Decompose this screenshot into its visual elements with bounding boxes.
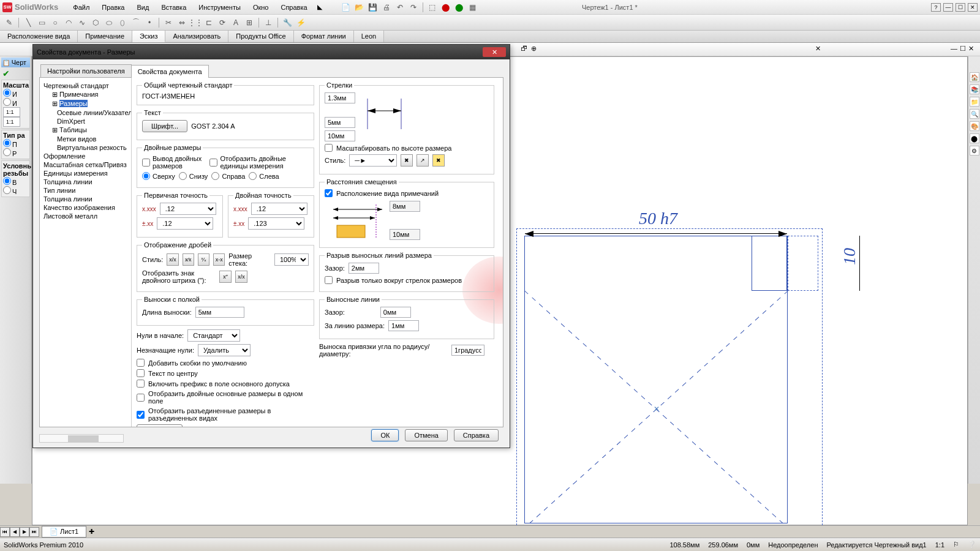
prime2-icon[interactable]: x/x — [235, 271, 247, 283]
text-icon[interactable]: A — [230, 17, 241, 28]
sheet-tab[interactable]: 📄 Лист1 — [42, 526, 86, 538]
prev-icon[interactable]: ◀ — [10, 527, 20, 537]
first-icon[interactable]: ⏮ — [0, 527, 10, 537]
cancel-button[interactable]: Отмена — [405, 429, 447, 441]
menu-help[interactable]: Справка — [276, 2, 312, 13]
tree-imgqual[interactable]: Качество изображения — [40, 203, 131, 212]
undo-icon[interactable]: ↶ — [394, 2, 405, 13]
slot-icon[interactable]: ⬭ — [104, 17, 115, 28]
tree-std[interactable]: Чертежный стандарт — [40, 81, 131, 90]
pos-left[interactable]: Слева — [249, 172, 279, 180]
cb-center[interactable]: Текст по центру — [137, 369, 314, 377]
view-shaded-icon[interactable]: 🗗 — [521, 45, 527, 53]
arrow-opt2-icon[interactable]: ↗ — [417, 154, 429, 167]
frac-style4-icon[interactable]: x-x — [213, 253, 225, 266]
arrow-1-input[interactable] — [325, 92, 355, 103]
tree-viewlabels[interactable]: Метки видов — [40, 135, 131, 143]
select-icon[interactable]: ⬚ — [427, 2, 438, 13]
polygon-icon[interactable]: ⬡ — [90, 17, 101, 28]
high-radio[interactable]: В — [3, 177, 28, 186]
pos-bottom[interactable]: Снизу — [179, 172, 208, 180]
resources-icon[interactable]: 🏠 — [970, 72, 979, 82]
new-icon[interactable]: 📄 — [341, 2, 352, 13]
frac-style3-icon[interactable]: ˣ⁄ₓ — [198, 253, 209, 266]
panel-close-icon[interactable]: ✕ — [815, 45, 821, 53]
prim-tol-select[interactable]: .12 — [157, 217, 213, 230]
tree-detailing[interactable]: Оформление — [40, 152, 131, 160]
dialog-titlebar[interactable]: Свойства документа - Размеры ✕ — [33, 45, 510, 59]
tab-layout[interactable]: Расположение вида — [0, 31, 78, 42]
tab-office[interactable]: Продукты Office — [228, 31, 293, 42]
frac-style1-icon[interactable]: x/x — [167, 253, 178, 266]
doc-max-icon[interactable]: ☐ — [960, 45, 966, 53]
ok-button[interactable]: ОК — [371, 429, 399, 441]
view-wire-icon[interactable]: ⊕ — [531, 45, 537, 53]
menu-view[interactable]: Вид — [132, 2, 154, 13]
menu-file[interactable]: Файл — [68, 2, 94, 13]
doc-close-icon[interactable]: ✕ — [968, 45, 974, 53]
dual-show-cb[interactable]: Вывод двойных размеров — [142, 155, 206, 170]
offset-icon[interactable]: ⊏ — [203, 17, 214, 28]
doc-min-icon[interactable]: — — [951, 45, 957, 53]
scale1-input[interactable] — [3, 107, 20, 117]
close-btn[interactable]: ✕ — [968, 3, 978, 12]
status-help-icon[interactable]: ❔ — [968, 541, 976, 549]
save-icon[interactable]: 💾 — [368, 2, 379, 13]
tab-leon[interactable]: Leon — [354, 31, 384, 42]
help-icon[interactable]: ◣ — [317, 3, 326, 12]
add-sheet-icon[interactable]: ✚ — [89, 528, 94, 536]
pattern-icon[interactable]: ⋮⋮ — [190, 17, 201, 28]
proj-radio[interactable]: П — [3, 139, 28, 148]
dialog-close-icon[interactable]: ✕ — [483, 47, 506, 57]
tab-lineformat[interactable]: Формат линии — [294, 31, 354, 42]
trail-zero-select[interactable]: Удалить — [198, 344, 251, 356]
point-icon[interactable]: • — [144, 17, 155, 28]
font-button[interactable]: Шрифт... — [142, 120, 187, 132]
tree-sheetmetal[interactable]: Листовой металл — [40, 212, 131, 220]
mirror-icon[interactable]: ⇔ — [176, 17, 187, 28]
settings-tree[interactable]: Чертежный стандарт ⊞ Примечания ⊞ Размер… — [40, 78, 132, 427]
minimize-btn[interactable]: — — [943, 3, 953, 12]
tree-linetype[interactable]: Тип линии — [40, 186, 131, 195]
stack-select[interactable]: 100% — [274, 253, 309, 266]
tree-grid[interactable]: Масштабная сетка/Привяз — [40, 160, 131, 169]
scale2-input[interactable] — [3, 117, 20, 127]
real-radio[interactable]: Р — [3, 148, 28, 157]
print-icon[interactable]: 🖨 — [381, 2, 392, 13]
cb-scale-height[interactable]: Масштабировать по высоте размера — [325, 144, 489, 152]
pos-top[interactable]: Сверху — [142, 172, 175, 180]
rebuild-icon[interactable]: ⬤ — [440, 2, 451, 13]
dual-units-cb[interactable]: Отобразить двойные единицы измерения — [209, 155, 309, 170]
menu-edit[interactable]: Правка — [97, 2, 129, 13]
arrow-opt1-icon[interactable]: ✖ — [401, 154, 413, 167]
tab-sketch[interactable]: Эскиз — [132, 31, 165, 42]
frac-style2-icon[interactable]: x⁄x — [183, 253, 194, 266]
ok-icon[interactable]: ✔ — [2, 69, 29, 78]
ext-gap-input[interactable] — [380, 307, 411, 318]
ext-beyond-input[interactable] — [388, 320, 419, 331]
prime1-icon[interactable]: x″ — [219, 271, 232, 283]
radial-input[interactable] — [451, 345, 484, 356]
tree-dimxpert[interactable]: DimXpert — [40, 117, 131, 126]
redo-icon[interactable]: ↷ — [408, 2, 419, 13]
prim-unit-select[interactable]: .12 — [160, 203, 216, 215]
exit-sketch-icon[interactable]: ✎ — [4, 17, 15, 28]
options-icon[interactable]: ⬤ — [454, 2, 465, 13]
quick-icon[interactable]: ⚡ — [295, 17, 306, 28]
tab-user-settings[interactable]: Настройки пользователя — [40, 64, 132, 77]
line-icon[interactable]: ╲ — [23, 17, 34, 28]
arrow-3-input[interactable] — [325, 130, 355, 141]
next-icon[interactable]: ▶ — [20, 527, 29, 537]
rect-icon[interactable]: ▭ — [36, 17, 47, 28]
cb-paren[interactable]: Добавить скобки по умолчанию — [137, 359, 314, 367]
menu-window[interactable]: Окно — [248, 2, 274, 13]
arrow-opt3-icon[interactable]: ✖ — [432, 154, 445, 167]
explorer-icon[interactable]: 📁 — [970, 97, 979, 107]
circle-icon[interactable]: ○ — [50, 17, 61, 28]
tab-doc-props[interactable]: Свойства документа — [131, 65, 209, 78]
repair-icon[interactable]: 🔧 — [282, 17, 293, 28]
tolerance-button[interactable]: Допуск... — [137, 424, 183, 427]
help-button[interactable]: Справка — [454, 429, 499, 441]
relation-icon[interactable]: ⊥ — [263, 17, 274, 28]
tree-linew2[interactable]: Толщина линии — [40, 195, 131, 203]
